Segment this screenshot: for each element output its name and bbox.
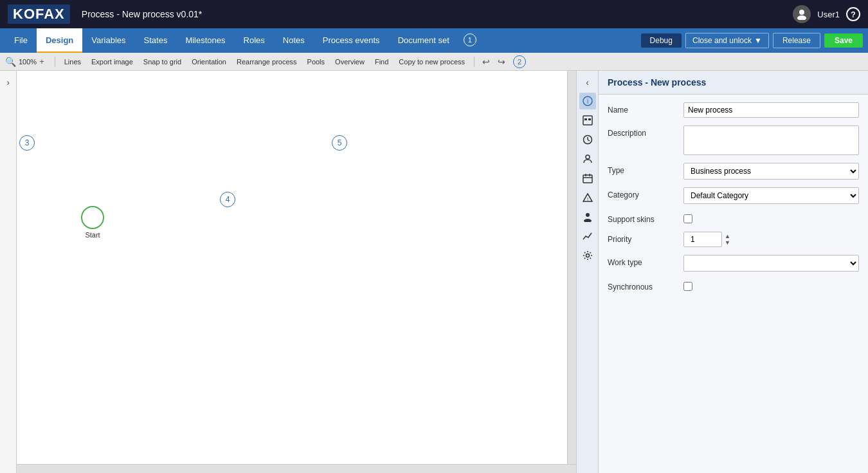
form-row-synchronous: Synchronous [608,279,859,292]
zoom-in-icon[interactable]: + [39,57,44,66]
side-icon-gear[interactable] [579,247,596,264]
annotation-3: 3 [19,135,35,151]
work-type-label: Work type [608,255,678,267]
toolbar-orientation[interactable]: Orientation [188,57,230,67]
zoom-value: 100% [19,58,37,66]
priority-down-arrow[interactable]: ▼ [725,240,730,246]
synchronous-checkbox[interactable] [683,282,692,291]
release-button[interactable]: Release [773,33,820,48]
side-icon-warning[interactable]: ! [579,189,596,206]
synchronous-label: Synchronous [608,279,678,292]
form-row-priority: Priority 1 ▲ ▼ [608,232,859,247]
side-icon-info[interactable]: i [579,93,596,109]
priority-arrows: ▲ ▼ [725,234,730,246]
type-select[interactable]: Business process Sub process Case proces… [683,163,859,180]
nav-document-set[interactable]: Document set [389,28,458,53]
category-select[interactable]: Default Category [683,187,859,204]
side-panel-collapse[interactable]: ‹ [583,75,592,90]
toolbar-lines[interactable]: Lines [60,57,85,67]
svg-rect-11 [583,175,592,183]
annotation-5: 5 [332,135,347,151]
support-skins-checkbox[interactable] [683,214,692,223]
process-title: Process - New process v0.01* [82,9,203,19]
nav-left: File Design Variables States Milestones … [5,28,482,53]
main-area: › 3 4 5 Start ‹ i [0,71,868,473]
left-panel-expand[interactable]: › [6,77,10,88]
start-node: Start [81,206,104,239]
side-icon-user[interactable] [579,151,596,167]
side-icon-panel: ‹ i ! [576,71,598,473]
svg-rect-5 [584,118,587,120]
description-label: Description [608,125,678,138]
right-panel: Process - New process Name Description T… [598,71,868,473]
nav-milestones[interactable]: Milestones [176,28,234,53]
svg-text:!: ! [586,196,588,202]
category-label: Category [608,187,678,199]
close-unlock-button[interactable]: Close and unlock ▼ [685,33,769,48]
work-type-select[interactable] [683,255,859,272]
canvas-scrollbar-v[interactable] [567,71,576,473]
side-icon-chart[interactable] [579,228,596,245]
start-circle [81,206,104,229]
svg-rect-6 [588,118,591,120]
svg-point-19 [586,254,589,257]
form-row-category: Category Default Category [608,187,859,204]
zoom-out-icon[interactable]: 🔍 [5,57,16,67]
toolbar-export-image[interactable]: Export image [87,57,137,67]
user-area: User1 ? [793,5,860,23]
debug-button[interactable]: Debug [641,33,682,48]
svg-point-1 [797,15,806,20]
form-row-description: Description [608,125,859,155]
zoom-area: 🔍 100% + [5,57,44,67]
form-row-support-skins: Support skins [608,212,859,224]
priority-up-arrow[interactable]: ▲ [725,234,730,239]
priority-value: 1 [683,232,722,247]
toolbar-overview[interactable]: Overview [331,57,368,67]
annotation-4: 4 [220,192,235,207]
side-icon-process[interactable] [579,112,596,129]
canvas-scrollbar-h[interactable] [17,464,576,473]
right-panel-title: Process - New process [599,71,868,95]
help-icon[interactable]: ? [846,7,860,21]
dropdown-arrow-icon: ▼ [754,36,762,45]
description-textarea[interactable] [683,125,859,155]
annotation-2: 2 [513,55,526,68]
nav-bar: File Design Variables States Milestones … [0,28,868,53]
side-icon-clock[interactable] [579,131,596,148]
start-label: Start [85,231,100,239]
toolbar-pools[interactable]: Pools [303,57,329,67]
toolbar-separator-1 [55,57,55,67]
nav-file[interactable]: File [5,28,37,53]
toolbar-find[interactable]: Find [371,57,392,67]
nav-roles[interactable]: Roles [235,28,274,53]
name-input[interactable] [683,102,859,118]
priority-control: 1 ▲ ▼ [683,232,730,247]
form-row-work-type: Work type [608,255,859,272]
undo-button[interactable]: ↩ [480,55,493,68]
canvas-area[interactable]: 3 4 5 Start [17,71,576,473]
svg-text:i: i [586,98,588,105]
toolbar-separator-2 [474,57,475,67]
svg-point-18 [584,219,592,222]
svg-line-9 [588,140,590,141]
nav-states[interactable]: States [135,28,177,53]
side-icon-calendar[interactable] [579,170,596,187]
nav-process-events[interactable]: Process events [314,28,389,53]
save-button[interactable]: Save [824,33,863,48]
svg-point-17 [586,213,590,217]
toolbar-snap-to-grid[interactable]: Snap to grid [140,57,185,67]
nav-numbered-circle: 1 [458,28,482,53]
left-panel: › [0,71,17,473]
kofax-logo: KOFAX [8,5,70,24]
redo-button[interactable]: ↪ [495,55,508,68]
nav-design[interactable]: Design [37,28,82,53]
nav-variables[interactable]: Variables [82,28,134,53]
form-row-name: Name [608,102,859,118]
toolbar: 🔍 100% + Lines Export image Snap to grid… [0,53,868,71]
svg-point-10 [586,155,590,159]
toolbar-copy-to-new-process[interactable]: Copy to new process [395,57,469,67]
logo-area: KOFAX Process - New process v0.01* [8,5,202,24]
nav-notes[interactable]: Notes [274,28,314,53]
toolbar-rearrange-process[interactable]: Rearrange process [233,57,301,67]
side-icon-user2[interactable] [579,209,596,225]
